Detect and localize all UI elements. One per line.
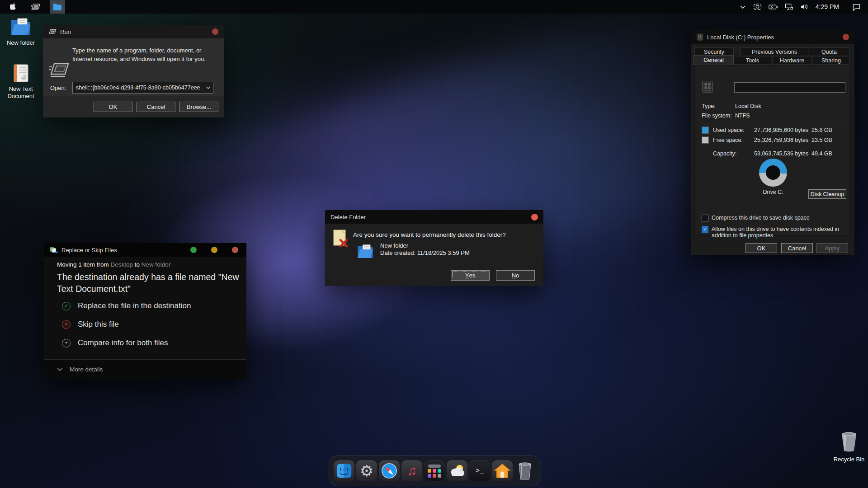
desktop-icon-recycle-bin[interactable]: Recycle Bin xyxy=(828,430,868,463)
window-controls xyxy=(190,247,241,253)
apple-icon xyxy=(10,2,18,11)
delete-dialog-titlebar[interactable]: Delete Folder xyxy=(325,210,543,224)
yes-button[interactable]: Yes xyxy=(451,270,490,281)
meet-now-camera-icon[interactable] xyxy=(753,3,762,10)
run-open-combobox xyxy=(72,82,213,94)
volume-icon[interactable] xyxy=(800,3,809,10)
free-space-bytes: 25,326,759,936 bytes xyxy=(754,137,808,143)
blue-folder-icon xyxy=(10,16,32,37)
properties-apply-button[interactable]: Apply xyxy=(816,243,848,253)
more-details-label: More details xyxy=(70,366,103,373)
indexing-label: Allow files on this drive to have conten… xyxy=(712,226,846,239)
run-app-button[interactable] xyxy=(28,0,43,14)
weather-cloud-sun-icon xyxy=(448,462,466,479)
option-replace-file[interactable]: ✓ Replace the file in the destination xyxy=(62,301,191,310)
disk-properties-dialog: Local Disk (C:) Properties Security Prev… xyxy=(691,30,854,255)
properties-cancel-button[interactable]: Cancel xyxy=(781,243,813,253)
restore-button-yellow[interactable] xyxy=(211,247,217,253)
dock-home-icon[interactable] xyxy=(492,460,513,481)
tab-quota[interactable]: Quota xyxy=(809,47,849,56)
dock-settings-icon[interactable]: ⚙ xyxy=(356,460,377,481)
tab-previous-versions[interactable]: Previous Versions xyxy=(741,47,808,56)
properties-close-button[interactable] xyxy=(843,34,849,40)
more-details-toggle[interactable]: More details xyxy=(57,366,103,373)
dock-terminal-icon[interactable]: >_ xyxy=(469,460,490,481)
run-browse-button[interactable]: Browse... xyxy=(179,102,218,112)
tab-hardware[interactable]: Hardware xyxy=(772,56,812,65)
moving-summary: Moving 1 item from Desktop to New folder xyxy=(57,261,170,268)
compress-checkbox[interactable] xyxy=(702,215,708,221)
combo-dropdown-button[interactable] xyxy=(203,86,213,89)
disk-cleanup-button[interactable]: Disk Cleanup xyxy=(808,189,846,199)
donut-hole xyxy=(766,165,780,180)
cross-circle-icon: × xyxy=(62,320,71,329)
text-document-icon xyxy=(11,63,31,83)
used-space-bytes: 27,736,985,600 bytes xyxy=(754,127,808,133)
conflict-headline: The destination already has a file named… xyxy=(57,272,243,295)
dock-finder-icon[interactable] xyxy=(334,460,354,481)
delete-folder-dialog: Delete Folder Are you sure you want to p… xyxy=(325,210,543,286)
replace-dialog-titlebar[interactable]: Replace or Skip Files xyxy=(44,243,246,257)
copy-files-icon xyxy=(50,247,58,253)
plus-circle-icon: + xyxy=(62,339,71,347)
properties-ok-button[interactable]: OK xyxy=(745,243,777,253)
close-button-red[interactable] xyxy=(232,247,238,253)
desktop-icon-new-text-document[interactable]: New Text Document xyxy=(0,63,42,99)
run-big-icon xyxy=(49,62,70,79)
tab-strip: Security Previous Versions Quota General… xyxy=(694,47,851,66)
dock-safari-icon[interactable] xyxy=(379,460,400,481)
type-label: Type: xyxy=(702,103,716,109)
option-label: Skip this file xyxy=(78,320,119,329)
moving-destination: New folder xyxy=(142,261,171,268)
chevron-down-icon xyxy=(57,367,63,371)
volume-label-input[interactable] xyxy=(734,82,845,93)
network-ethernet-icon[interactable] xyxy=(785,3,793,10)
filesystem-label: File system: xyxy=(702,113,732,119)
music-note-icon: ♫ xyxy=(407,465,417,477)
dock-trash-icon[interactable] xyxy=(514,460,535,481)
trash-bin-icon xyxy=(516,461,534,481)
replace-skip-dialog: Replace or Skip Files Moving 1 item from… xyxy=(44,243,246,379)
delete-dialog-title: Delete Folder xyxy=(330,214,366,221)
delete-close-button[interactable] xyxy=(531,214,538,221)
disk-usage-donut-chart xyxy=(759,159,787,187)
delete-item-name: New folder xyxy=(380,242,408,249)
desktop-icon-new-folder[interactable]: New folder xyxy=(0,16,42,47)
compress-label: Compress this drive to save disk space xyxy=(712,215,847,221)
drive-c-label: Drive C: xyxy=(755,189,792,195)
clock[interactable]: 4:29 PM xyxy=(816,3,839,10)
tab-tools[interactable]: Tools xyxy=(734,56,771,65)
run-close-button[interactable] xyxy=(212,28,218,35)
folder-preview-icon xyxy=(357,242,374,260)
no-button[interactable]: No xyxy=(496,270,535,281)
tab-sharing[interactable]: Sharing xyxy=(813,56,849,65)
disk-drive-icon xyxy=(696,33,703,41)
option-compare-files[interactable]: + Compare info for both files xyxy=(62,338,168,347)
dock-launchpad-icon[interactable] xyxy=(424,460,445,481)
battery-charging-icon[interactable] xyxy=(769,4,778,10)
notifications-icon[interactable] xyxy=(852,3,861,11)
apple-menu-button[interactable] xyxy=(6,0,22,14)
properties-titlebar[interactable]: Local Disk (C:) Properties xyxy=(691,30,854,44)
recycle-bin-icon xyxy=(837,430,861,454)
run-dialog-titlebar[interactable]: Run xyxy=(43,25,224,38)
run-dialog-footer: OK Cancel Browse... xyxy=(43,96,224,117)
run-open-input[interactable] xyxy=(73,84,203,91)
indexing-checkbox[interactable]: ✓ xyxy=(702,226,708,233)
hidden-icons-chevron-icon[interactable] xyxy=(739,3,746,10)
desktop-screen: 4:29 PM New folder New Text Document xyxy=(0,0,868,488)
delete-item-date: Date created: 11/18/2025 3:59 PM xyxy=(380,249,470,256)
run-ok-button[interactable]: OK xyxy=(94,102,132,112)
run-dialog-title: Run xyxy=(60,28,71,35)
tab-general[interactable]: General xyxy=(693,55,734,65)
safari-compass-icon xyxy=(381,462,398,479)
run-cancel-button[interactable]: Cancel xyxy=(137,102,175,112)
minimize-button-green[interactable] xyxy=(190,247,197,253)
dock-weather-icon[interactable] xyxy=(447,460,467,481)
option-skip-file[interactable]: × Skip this file xyxy=(62,320,119,329)
dock-music-icon[interactable]: ♫ xyxy=(401,460,422,481)
option-label: Replace the file in the destination xyxy=(78,301,191,310)
file-explorer-button[interactable] xyxy=(50,0,65,14)
used-space-swatch xyxy=(702,127,709,134)
moving-mid: to xyxy=(133,261,142,268)
